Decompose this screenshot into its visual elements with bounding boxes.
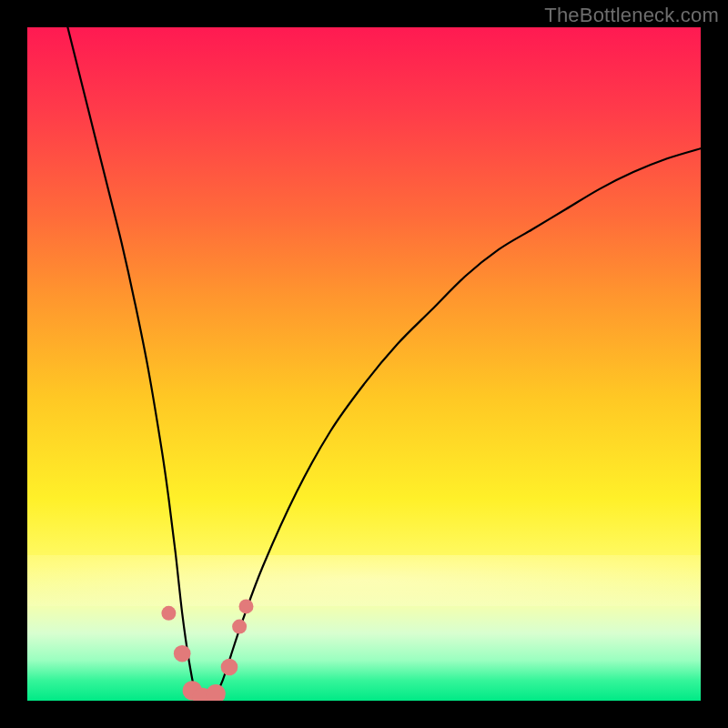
marker-trough-right	[207, 684, 226, 701]
bottleneck-curve	[67, 27, 701, 701]
chart-stage: TheBottleneck.com	[0, 0, 728, 728]
bottleneck-curve-svg	[27, 27, 701, 701]
marker-right-lower-dot	[221, 659, 238, 676]
watermark-text: TheBottleneck.com	[544, 4, 719, 27]
marker-left-dot	[161, 606, 176, 621]
marker-layer	[161, 599, 253, 701]
marker-right-dot-b	[239, 599, 254, 613]
marker-left-lower-dot	[174, 645, 191, 662]
plot-area	[27, 27, 701, 701]
marker-right-dot-a	[232, 620, 247, 634]
